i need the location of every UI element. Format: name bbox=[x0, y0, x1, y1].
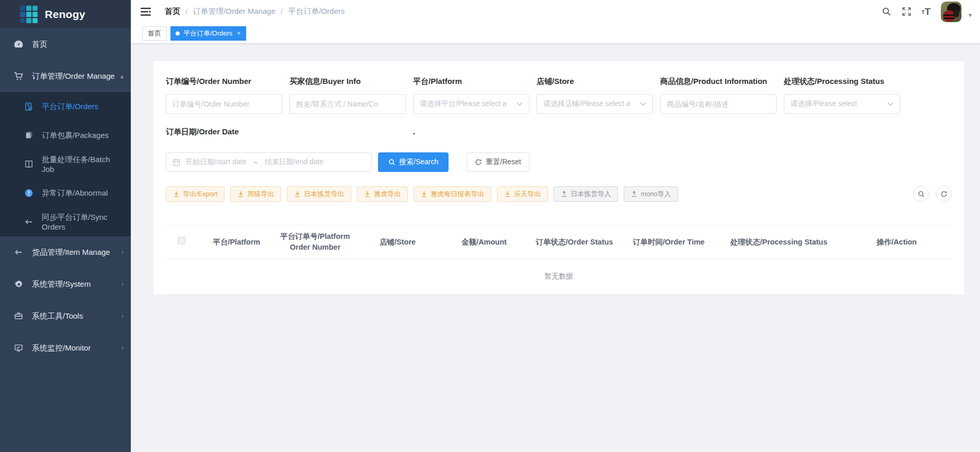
fullscreen-icon[interactable] bbox=[902, 7, 912, 16]
renogy-logo-icon bbox=[20, 5, 38, 24]
chevron-right-icon: › bbox=[122, 344, 124, 352]
active-dot-icon bbox=[176, 31, 180, 36]
column-platform: 平台/Platform bbox=[197, 225, 276, 259]
button-label: 日本拣货导出 bbox=[304, 189, 344, 199]
tab-label: 平台订单/Orders bbox=[183, 29, 232, 38]
sidebar-item-tools[interactable]: 系统工具/Tools › bbox=[0, 300, 131, 332]
column-processing-status: 处理状态/Processing Status bbox=[716, 225, 841, 259]
sidebar-item-label: 货品管理/Item Manage bbox=[32, 248, 110, 257]
select-placeholder: 请选择店铺/Please select a bbox=[543, 99, 630, 109]
button-label: 日本拣货导入 bbox=[571, 189, 611, 199]
store-select[interactable]: 请选择店铺/Please select a bbox=[537, 94, 653, 114]
sidebar-item-system[interactable]: 系统管理/System › bbox=[0, 268, 131, 300]
processing-status-select[interactable]: 请选择/Please select bbox=[784, 94, 900, 114]
order-number-input-wrap bbox=[166, 94, 282, 114]
chevron-up-icon: ▴ bbox=[121, 73, 124, 80]
sidebar-item-sync-orders[interactable]: 同步平台订单/Sync Orders bbox=[0, 207, 131, 236]
chevron-down-icon bbox=[517, 102, 523, 106]
sidebar-item-orders[interactable]: 平台订单/Orders bbox=[0, 92, 131, 121]
chevron-right-icon: › bbox=[122, 249, 124, 256]
search-button[interactable]: 搜索/Search bbox=[378, 152, 449, 172]
yahoo-export-button[interactable]: 雅虎导出 bbox=[357, 186, 408, 202]
field-label: 商品信息/Product Information bbox=[660, 77, 777, 86]
select-all-cell bbox=[166, 225, 197, 259]
sidebar-item-label: 批量处理任务/Batch Job bbox=[42, 155, 124, 173]
brand-header: Renogy bbox=[0, 0, 131, 28]
breadcrumb-home[interactable]: 首页 bbox=[165, 7, 180, 16]
mono-import-button[interactable]: mono导入 bbox=[624, 186, 678, 202]
sidebar-item-item-manage[interactable]: 货品管理/Item Manage › bbox=[0, 236, 131, 268]
buyer-info-input[interactable] bbox=[296, 100, 399, 108]
field-buyer-info: 买家信息/Buyer Info bbox=[289, 74, 406, 114]
sidebar-item-batch-job[interactable]: 批量处理任务/Batch Job bbox=[0, 150, 131, 179]
button-label: 黑猫导出 bbox=[247, 189, 274, 199]
table-search-icon[interactable] bbox=[913, 186, 929, 202]
japan-picking-import-button[interactable]: 日本拣货导入 bbox=[554, 186, 618, 202]
export-button[interactable]: 导出/Export bbox=[166, 186, 225, 202]
column-action: 操作/Action bbox=[841, 225, 952, 259]
sidebar-item-home[interactable]: 首页 bbox=[0, 28, 131, 60]
table-header-row: 平台/Platform 平台订单号/Platform Order Number … bbox=[166, 225, 952, 259]
orders-table: 平台/Platform 平台订单号/Platform Order Number … bbox=[166, 225, 952, 294]
close-icon[interactable]: × bbox=[237, 30, 240, 37]
column-amount: 金额/Amount bbox=[441, 225, 527, 259]
sidebar-menu: 首页 订单管理/Order Manage ▴ 平台订单/Orders bbox=[0, 28, 131, 364]
field-order-number: 订单编号/Order Number bbox=[166, 74, 282, 114]
tab-orders[interactable]: 平台订单/Orders × bbox=[170, 26, 246, 41]
field-label: 订单日期/Order Date bbox=[166, 127, 239, 137]
navbar-actions: тT ▼ bbox=[882, 2, 973, 22]
japan-picking-export-button[interactable]: 日本拣货导出 bbox=[287, 186, 351, 202]
field-store: 店铺/Store 请选择店铺/Please select a bbox=[537, 74, 653, 114]
chevron-right-icon: › bbox=[122, 281, 124, 288]
product-info-input-wrap bbox=[660, 94, 777, 114]
column-order-status: 订单状态/Order Status bbox=[527, 225, 622, 259]
product-info-input[interactable] bbox=[667, 100, 770, 108]
order-document-icon bbox=[24, 101, 34, 112]
sidebar-fold-icon[interactable] bbox=[140, 7, 151, 17]
refresh-icon[interactable] bbox=[936, 186, 952, 202]
chevron-down-icon bbox=[640, 102, 646, 106]
search-button-label: 搜索/Search bbox=[399, 158, 438, 167]
platform-select[interactable]: 请选择平台/Please select a bbox=[413, 94, 529, 114]
empty-row: 暂无数据 bbox=[166, 259, 952, 294]
button-label: mono导入 bbox=[641, 189, 671, 199]
caret-down-icon[interactable]: ▼ bbox=[968, 12, 973, 18]
breadcrumb-order-manage: 订单管理/Order Manage bbox=[193, 7, 276, 16]
rakuten-export-button[interactable]: 乐天导出 bbox=[497, 186, 548, 202]
field-label: 处理状态/Processing Status bbox=[784, 77, 900, 86]
select-all-checkbox[interactable] bbox=[178, 237, 185, 245]
field-label: 店铺/Store bbox=[537, 77, 653, 86]
start-date-placeholder: 开始日期/start date bbox=[185, 158, 246, 167]
sync-arrow-icon bbox=[24, 217, 34, 227]
date-range-picker[interactable]: 开始日期/start date ~ 结束日期/end date bbox=[166, 152, 372, 172]
orders-card: 订单编号/Order Number 买家信息/Buyer Info 平台/Pla… bbox=[153, 61, 964, 294]
order-number-input[interactable] bbox=[173, 100, 276, 108]
sidebar-item-order-manage[interactable]: 订单管理/Order Manage ▴ bbox=[0, 60, 131, 92]
search-icon[interactable] bbox=[882, 7, 891, 16]
column-store: 店铺/Store bbox=[354, 225, 441, 259]
sidebar-item-monitor[interactable]: 系统监控/Monitor › bbox=[0, 332, 131, 364]
font-size-icon[interactable]: тT bbox=[922, 6, 931, 18]
reset-button[interactable]: 重置/Reset bbox=[467, 152, 529, 172]
buyer-info-input-wrap bbox=[289, 94, 406, 114]
breadcrumb-separator: / bbox=[281, 7, 283, 16]
field-label: 买家信息/Buyer Info bbox=[289, 77, 406, 86]
sidebar-item-packages[interactable]: 订单包裹/Packages bbox=[0, 121, 131, 150]
export-toolbar: 导出/Export 黑猫导出 日本拣货导出 雅虎导出 雅虎每日报表导出 bbox=[166, 186, 952, 202]
avatar[interactable] bbox=[941, 2, 961, 22]
sidebar-item-label: 订单包裹/Packages bbox=[42, 131, 109, 141]
order-manage-submenu: 平台订单/Orders 订单包裹/Packages 批量处理任务/Batch J… bbox=[0, 92, 131, 236]
field-product-info: 商品信息/Product Information bbox=[660, 74, 777, 114]
kuroneko-export-button[interactable]: 黑猫导出 bbox=[230, 186, 281, 202]
button-label: 乐天导出 bbox=[514, 189, 541, 199]
select-placeholder: 请选择/Please select bbox=[790, 99, 857, 109]
filter-row: 订单编号/Order Number 买家信息/Buyer Info 平台/Pla… bbox=[166, 74, 952, 114]
tab-home[interactable]: 首页 bbox=[142, 26, 167, 41]
sidebar-item-label: 系统监控/Monitor bbox=[32, 343, 91, 353]
yahoo-daily-report-export-button[interactable]: 雅虎每日报表导出 bbox=[414, 186, 491, 202]
item-arrow-icon bbox=[13, 247, 24, 258]
sidebar-item-abnormal[interactable]: 异常订单/Abnormal bbox=[0, 179, 131, 207]
open-book-icon bbox=[24, 159, 34, 169]
toolbox-icon bbox=[13, 310, 24, 322]
select-placeholder: 请选择平台/Please select a bbox=[420, 99, 507, 109]
